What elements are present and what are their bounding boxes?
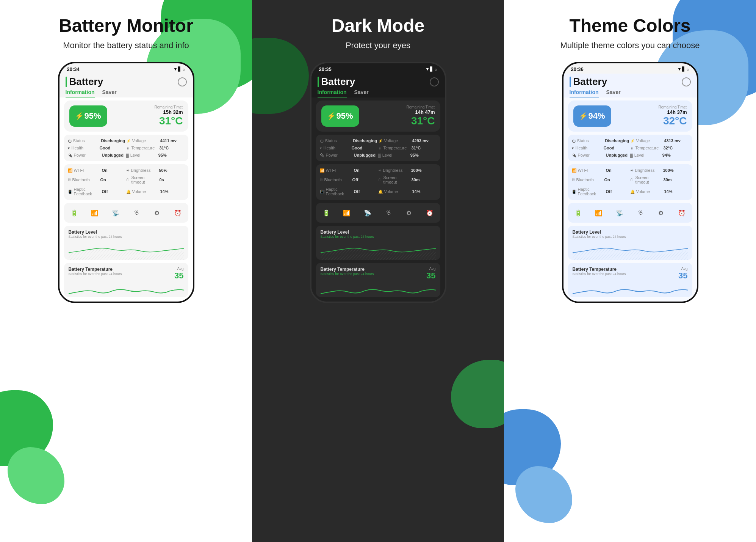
remaining-label-1: Remaining Time:	[154, 105, 183, 109]
remaining-time-2: 14h 47m	[406, 109, 435, 115]
qi-bluetooth: 𝔅	[130, 206, 143, 220]
tabs-3: Information Saver	[563, 89, 697, 97]
tabs-2: Information Saver	[311, 89, 445, 97]
bg-blob-4	[8, 447, 64, 504]
app-title-1: Battery	[69, 76, 103, 88]
phone-content-1: ⚡ 95% Remaining Time: 15h 32m 31°C ⏻Stat…	[59, 97, 193, 302]
phone-content-2: ⚡ 95% Remaining Time: 14h 47m 31°C ⏻Stat…	[311, 97, 445, 302]
wifi-icon-2: ▾	[426, 67, 429, 72]
info-grid-3: ⏻StatusDischarging ⚡Voltage4313 mv ♥Heal…	[568, 135, 692, 161]
qi-bluetooth-3: 𝔅	[634, 206, 647, 220]
chart-subtitle-2: Statistics for over the past 24 hours	[321, 235, 436, 239]
tab-info-2[interactable]: Information	[318, 89, 347, 97]
tab-info-3[interactable]: Information	[570, 89, 599, 97]
status-icons-1: ▾ ▋ ○	[174, 67, 185, 72]
battery-chart-svg-3	[573, 240, 688, 260]
battery-card-1: ⚡ 95% Remaining Time: 15h 32m 31°C	[64, 101, 188, 132]
chart-title-1: Battery Level	[69, 229, 184, 235]
avg-val-2: 35	[426, 271, 435, 281]
qi-settings-3: ⚙	[654, 206, 668, 220]
temp-header-1: Battery Temperature Statistics for over …	[69, 267, 184, 281]
panel2-subtitle: Protect your eyes	[346, 41, 410, 50]
settings-icon-3[interactable]	[682, 77, 691, 86]
app-title-3: Battery	[573, 76, 607, 88]
qi-wifi: 📶	[88, 206, 102, 220]
tabs-1: Information Saver	[59, 89, 193, 97]
battery-chart-3: Battery Level Statistics for over the pa…	[568, 226, 692, 260]
time-3: 20:36	[571, 66, 584, 72]
qi-battery-2: 🔋	[319, 206, 333, 220]
qi-alarm: ⏰	[171, 206, 185, 220]
chart-subtitle-3: Statistics for over the past 24 hours	[573, 235, 688, 239]
temp-chart-3: Battery Temperature Statistics for over …	[568, 263, 692, 297]
chart-title-3: Battery Level	[573, 229, 688, 235]
remaining-label-3: Remaining Time:	[658, 105, 687, 109]
temp-subtitle-2: Statistics for over the past 24 hours	[321, 272, 374, 276]
panel2-title: Dark Mode	[332, 15, 424, 36]
avg-label-3: Avg	[678, 267, 687, 271]
accent-bar-1	[66, 77, 67, 87]
qi-settings-2: ⚙	[402, 206, 416, 220]
battery-pct-icon-2: ⚡ 95%	[321, 105, 359, 127]
tab-saver-3[interactable]: Saver	[606, 89, 621, 97]
qi-wifi-off-3: 📡	[613, 206, 626, 220]
info-grid-1: ⏻StatusDischarging ⚡Voltage4411 mv ♥Heal…	[64, 135, 188, 161]
temp-big-3: 32°C	[658, 115, 687, 127]
temp-subtitle-1: Statistics for over the past 24 hours	[69, 272, 122, 276]
battery-chart-1: Battery Level Statistics for over the pa…	[64, 226, 188, 260]
avg-val-1: 35	[174, 271, 183, 281]
status-icons-2: ▾ ▋ ○	[426, 67, 437, 72]
battery-icon-1: ⚡ 95%	[69, 105, 107, 127]
temp-title-2: Battery Temperature	[321, 267, 374, 272]
panel3-title: Theme Colors	[569, 15, 690, 36]
avg-label-2: Avg	[426, 267, 435, 271]
panel3-subtitle: Multiple theme colors you can choose	[560, 41, 700, 50]
temp-chart-svg-1	[69, 281, 184, 297]
battery-pct-3: 94%	[588, 111, 605, 121]
battery-right-3: Remaining Time: 14h 37m 32°C	[658, 105, 687, 127]
signal-icon-3: ▋	[682, 67, 685, 72]
temp-title-1: Battery Temperature	[69, 267, 122, 272]
settings-icon-1[interactable]	[178, 77, 187, 86]
status-icons-3: ▾ ▋ ○	[678, 67, 689, 72]
accent-bar-3	[570, 77, 571, 87]
panel1-title: Battery Monitor	[59, 15, 193, 36]
battery-chart-svg-1	[69, 240, 184, 260]
temp-chart-svg-3	[573, 281, 688, 297]
accent-bar-2	[318, 77, 319, 87]
battery-icon-2: ○	[435, 67, 437, 72]
bg-blob-d1	[252, 38, 309, 114]
tab-saver-1[interactable]: Saver	[102, 89, 117, 97]
temp-header-3: Battery Temperature Statistics for over …	[573, 267, 688, 281]
qi-alarm-3: ⏰	[675, 206, 689, 220]
settings-grid-2: 📶WI-FIOn ☀Brightness100% 𝔅BluetoothOff ⏱…	[316, 164, 440, 200]
tab-saver-2[interactable]: Saver	[354, 89, 369, 97]
panel-battery-monitor: Battery Monitor Monitor the battery stat…	[0, 0, 252, 542]
tab-info-1[interactable]: Information	[66, 89, 95, 97]
panel-theme-colors: Theme Colors Multiple theme colors you c…	[504, 0, 756, 542]
battery-status-icon: ○	[183, 67, 185, 72]
qi-battery: 🔋	[67, 206, 81, 220]
quick-icons-2: 🔋 📶 📡 𝔅 ⚙ ⏰	[316, 203, 440, 223]
temp-chart-1: Battery Temperature Statistics for over …	[64, 263, 188, 297]
temp-big-1: 31°C	[154, 115, 183, 127]
temp-header-2: Battery Temperature Statistics for over …	[321, 267, 436, 281]
battery-right-1: Remaining Time: 15h 32m 31°C	[154, 105, 183, 127]
avg-label-1: Avg	[174, 267, 183, 271]
app-header-2: Battery	[311, 74, 445, 89]
signal-icon-2: ▋	[430, 67, 433, 72]
phone-mockup-1: 20:34 ▾ ▋ ○ Battery Information Saver	[58, 62, 194, 303]
info-grid-2: ⏻StatusDischarging ⚡Voltage4293 mv ♥Heal…	[316, 135, 440, 161]
qi-wifi-3: 📶	[592, 206, 606, 220]
battery-pct-icon-3: ⚡ 94%	[573, 105, 611, 127]
remaining-time-1: 15h 32m	[154, 109, 183, 115]
phone-mockup-3: 20:36 ▾ ▋ ○ Battery Information Saver ⚡ …	[562, 62, 698, 303]
settings-icon-2[interactable]	[430, 77, 439, 86]
qi-wifi-2: 📶	[340, 206, 354, 220]
battery-right-2: Remaining Time: 14h 47m 31°C	[406, 105, 435, 127]
battery-card-3: ⚡ 94% Remaining Time: 14h 37m 32°C	[568, 101, 692, 132]
battery-chart-2: Battery Level Statistics for over the pa…	[316, 226, 440, 260]
quick-icons-1: 🔋 📶 📡 𝔅 ⚙ ⏰	[64, 203, 188, 223]
chart-subtitle-1: Statistics for over the past 24 hours	[69, 235, 184, 239]
app-header-3: Battery	[563, 74, 697, 89]
